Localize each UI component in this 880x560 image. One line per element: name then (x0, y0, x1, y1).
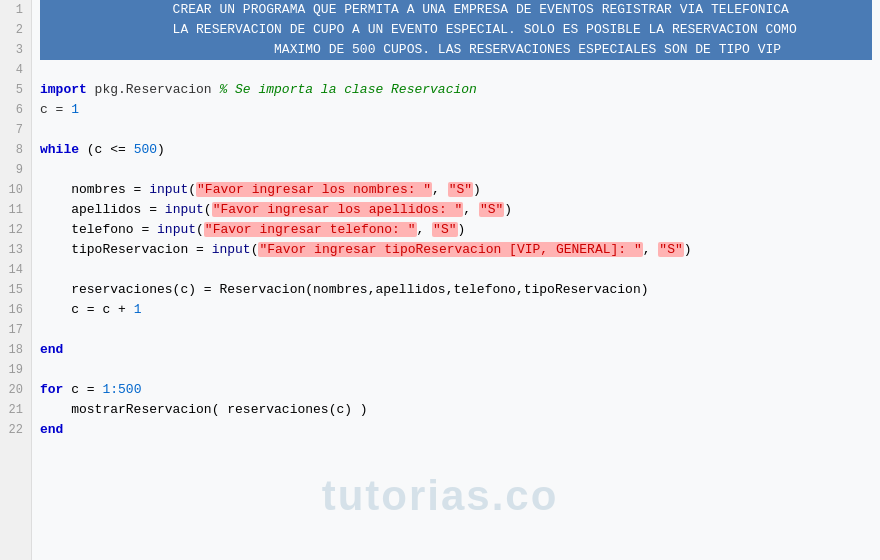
code-line-7 (40, 120, 872, 140)
code-editor: 1 2 3 4 5 6 7 8 9 10 11 12 13 14 15 16 1… (0, 0, 880, 560)
ln-6: 6 (8, 100, 23, 120)
line6-c: c = 1 (40, 100, 79, 120)
code-line-10: nombres = input("Favor ingresar los nomb… (40, 180, 872, 200)
code-area: 1 2 3 4 5 6 7 8 9 10 11 12 13 14 15 16 1… (0, 0, 880, 560)
ln-10: 10 (8, 180, 23, 200)
ln-21: 21 (8, 400, 23, 420)
code-line-20: for c = 1:500 (40, 380, 872, 400)
line20-for: for c = 1:500 (40, 380, 141, 400)
code-line-13: tipoReservacion = input("Favor ingresar … (40, 240, 872, 260)
line5-import: import pkg.Reservacion % Se importa la c… (40, 80, 477, 100)
ln-12: 12 (8, 220, 23, 240)
ln-8: 8 (8, 140, 23, 160)
ln-2: 2 (8, 20, 23, 40)
code-line-15: reservaciones(c) = Reservacion(nombres,a… (40, 280, 872, 300)
code-line-22: end (40, 420, 872, 440)
code-line-2: LA RESERVACION DE CUPO A UN EVENTO ESPEC… (40, 20, 872, 40)
line10-nombres: nombres = input("Favor ingresar los nomb… (40, 180, 481, 200)
code-line-4 (40, 60, 872, 80)
ln-11: 11 (8, 200, 23, 220)
line1-text: CREAR UN PROGRAMA QUE PERMITA A UNA EMPR… (40, 0, 789, 20)
ln-20: 20 (8, 380, 23, 400)
code-line-18: end (40, 340, 872, 360)
line-numbers: 1 2 3 4 5 6 7 8 9 10 11 12 13 14 15 16 1… (0, 0, 32, 560)
ln-9: 9 (8, 160, 23, 180)
ln-4: 4 (8, 60, 23, 80)
ln-7: 7 (8, 120, 23, 140)
line3-text: MAXIMO DE 500 CUPOS. LAS RESERVACIONES E… (40, 40, 781, 60)
ln-22: 22 (8, 420, 23, 440)
ln-14: 14 (8, 260, 23, 280)
code-line-5: import pkg.Reservacion % Se importa la c… (40, 80, 872, 100)
line8-while: while (c <= 500) (40, 140, 165, 160)
ln-16: 16 (8, 300, 23, 320)
code-line-8: while (c <= 500) (40, 140, 872, 160)
ln-19: 19 (8, 360, 23, 380)
ln-13: 13 (8, 240, 23, 260)
code-line-16: c = c + 1 (40, 300, 872, 320)
line11-apellidos: apellidos = input("Favor ingresar los ap… (40, 200, 512, 220)
line13-tipo: tipoReservacion = input("Favor ingresar … (40, 240, 692, 260)
code-line-9 (40, 160, 872, 180)
line2-text: LA RESERVACION DE CUPO A UN EVENTO ESPEC… (40, 20, 797, 40)
ln-15: 15 (8, 280, 23, 300)
code-line-19 (40, 360, 872, 380)
code-line-14 (40, 260, 872, 280)
ln-1: 1 (8, 0, 23, 20)
line22-end: end (40, 420, 63, 440)
code-line-17 (40, 320, 872, 340)
line16-c: c = c + 1 (40, 300, 141, 320)
line15-reservaciones: reservaciones(c) = Reservacion(nombres,a… (40, 280, 649, 300)
ln-5: 5 (8, 80, 23, 100)
code-line-21: mostrarReservacion( reservaciones(c) ) (40, 400, 872, 420)
code-content: CREAR UN PROGRAMA QUE PERMITA A UNA EMPR… (32, 0, 880, 560)
code-line-11: apellidos = input("Favor ingresar los ap… (40, 200, 872, 220)
ln-18: 18 (8, 340, 23, 360)
code-line-6: c = 1 (40, 100, 872, 120)
line21-mostrar: mostrarReservacion( reservaciones(c) ) (40, 400, 368, 420)
ln-17: 17 (8, 320, 23, 340)
code-line-1: CREAR UN PROGRAMA QUE PERMITA A UNA EMPR… (40, 0, 872, 20)
ln-3: 3 (8, 40, 23, 60)
line18-end: end (40, 340, 63, 360)
code-line-3: MAXIMO DE 500 CUPOS. LAS RESERVACIONES E… (40, 40, 872, 60)
code-line-12: telefono = input("Favor ingresar telefon… (40, 220, 872, 240)
line12-telefono: telefono = input("Favor ingresar telefon… (40, 220, 465, 240)
